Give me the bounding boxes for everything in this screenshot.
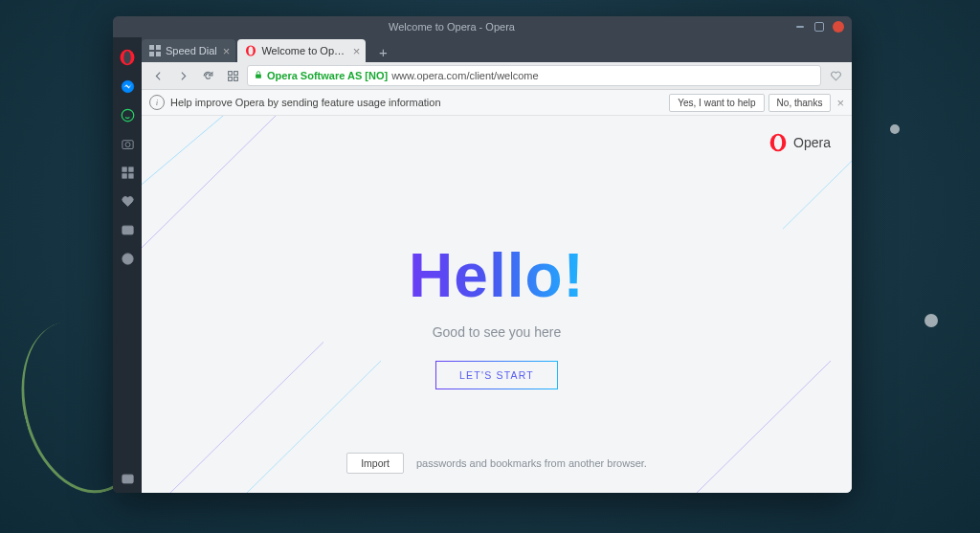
- speed-dial-button[interactable]: [222, 65, 243, 86]
- svg-rect-23: [234, 71, 237, 75]
- tab-label: Welcome to Opera: [261, 45, 346, 56]
- info-icon: i: [149, 95, 165, 110]
- svg-line-27: [142, 116, 256, 201]
- hero-subtitle: Good to see you here: [142, 324, 852, 340]
- tab-label: Speed Dial: [166, 45, 217, 56]
- svg-rect-6: [122, 167, 125, 170]
- sidebar-toggle-icon[interactable]: [113, 464, 142, 493]
- news-icon[interactable]: [113, 215, 142, 244]
- opera-brand: Opera: [768, 133, 831, 152]
- speed-dial-icon: [149, 45, 161, 56]
- svg-rect-16: [149, 45, 154, 50]
- svg-rect-26: [256, 75, 261, 78]
- new-tab-button[interactable]: +: [371, 41, 394, 62]
- import-button[interactable]: Import: [346, 453, 404, 474]
- page-content: Opera Hello! Good to see you here LET'S …: [142, 116, 852, 493]
- lets-start-button[interactable]: LET'S START: [435, 361, 558, 389]
- window-title: Welcome to Opera - Opera: [113, 21, 791, 33]
- svg-rect-10: [122, 226, 132, 234]
- info-bar: i Help improve Opera by sending feature …: [142, 90, 852, 116]
- opera-logo-icon: [768, 133, 788, 152]
- sidebar: [113, 37, 142, 493]
- info-close-icon[interactable]: ×: [836, 96, 844, 110]
- import-footer: Import passwords and bookmarks from anot…: [142, 453, 852, 474]
- svg-rect-7: [128, 167, 132, 170]
- import-caption: passwords and bookmarks from another bro…: [416, 457, 647, 469]
- svg-rect-17: [156, 45, 161, 50]
- url-input[interactable]: Opera Software AS [NO] www.opera.com/cli…: [247, 65, 821, 86]
- svg-rect-25: [234, 77, 237, 80]
- whatsapp-icon[interactable]: [113, 100, 142, 129]
- svg-rect-4: [122, 140, 132, 148]
- snapshot-icon[interactable]: [113, 129, 142, 158]
- tab-welcome[interactable]: Welcome to Opera ×: [237, 39, 366, 62]
- messenger-icon[interactable]: [113, 72, 142, 100]
- tab-close-icon[interactable]: ×: [223, 44, 231, 58]
- info-bar-text: Help improve Opera by sending feature us…: [170, 97, 441, 108]
- url-text: www.opera.com/client/welcome: [391, 70, 538, 81]
- svg-rect-22: [228, 71, 232, 75]
- tab-close-icon[interactable]: ×: [353, 44, 361, 58]
- svg-rect-18: [149, 52, 154, 56]
- back-button[interactable]: [147, 65, 168, 86]
- forward-button[interactable]: [172, 65, 193, 86]
- svg-rect-19: [156, 52, 161, 56]
- svg-rect-9: [128, 173, 132, 177]
- wallpaper-dot: [890, 124, 900, 134]
- svg-point-35: [774, 136, 782, 150]
- info-accept-button[interactable]: Yes, I want to help: [669, 94, 764, 112]
- svg-point-5: [125, 142, 130, 146]
- svg-rect-14: [122, 475, 132, 483]
- info-decline-button[interactable]: No, thanks: [768, 94, 832, 112]
- hero: Hello! Good to see you here LET'S START: [142, 240, 852, 389]
- opera-favicon-icon: [245, 45, 256, 56]
- ev-cert-label: Opera Software AS [NO]: [267, 70, 388, 81]
- tab-speed-dial[interactable]: Speed Dial ×: [142, 39, 235, 62]
- window-maximize-button[interactable]: [812, 19, 827, 34]
- heart-icon[interactable]: [113, 187, 142, 215]
- window-close-button[interactable]: [833, 21, 844, 33]
- opera-brand-label: Opera: [793, 135, 831, 150]
- history-icon[interactable]: [113, 244, 142, 273]
- titlebar: Welcome to Opera - Opera: [113, 16, 852, 37]
- svg-rect-24: [228, 77, 232, 80]
- opera-menu-icon[interactable]: [113, 43, 142, 72]
- svg-point-1: [123, 51, 131, 64]
- svg-point-21: [249, 47, 254, 56]
- hello-heading: Hello!: [409, 240, 585, 311]
- window-minimize-button[interactable]: [792, 19, 808, 34]
- wallpaper-dot: [924, 314, 938, 327]
- address-bar: Opera Software AS [NO] www.opera.com/cli…: [142, 62, 852, 90]
- lock-icon: [254, 70, 263, 81]
- bookmark-heart-button[interactable]: [825, 65, 846, 86]
- reload-button[interactable]: [197, 65, 218, 86]
- svg-rect-8: [122, 173, 125, 177]
- browser-window: Welcome to Opera - Opera: [113, 16, 852, 493]
- workspaces-icon[interactable]: [113, 158, 142, 187]
- svg-point-3: [122, 109, 134, 122]
- tab-strip: Speed Dial × Welcome to Opera × +: [142, 37, 852, 62]
